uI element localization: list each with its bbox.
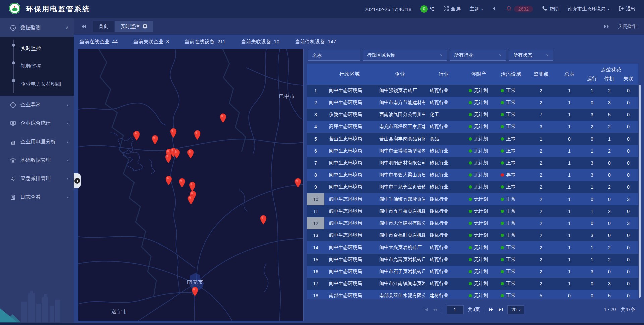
table-row[interactable]: 9阆中生态环境局阆中市二龙长宝页岩砖砖瓦行业无计划正常21120: [307, 181, 638, 193]
sidebar-item-数据监测[interactable]: 数据监测∨: [0, 18, 74, 37]
cell-run: 0: [583, 100, 601, 105]
map-marker-icon[interactable]: [165, 176, 172, 187]
status-dot: [469, 101, 472, 104]
table-row[interactable]: 7阆中生态环境局阆中明阳建材有限公司砖瓦行业无计划正常21300: [307, 157, 638, 169]
map-marker-icon[interactable]: [294, 178, 302, 189]
prev-page-button[interactable]: [433, 308, 438, 312]
table-row[interactable]: 6阆中生态环境局阆中市金博瑞新型墙材砖瓦行业无计划正常21120: [307, 145, 638, 157]
next-page-button[interactable]: [489, 308, 494, 312]
table-row[interactable]: 5营山生态环境局营山县润丰肉食品有限食品无计划正常10010: [307, 133, 638, 145]
col-company[interactable]: 企业: [375, 64, 425, 85]
cell-run: 1: [583, 257, 601, 262]
sidebar-collapse-button[interactable]: ◂: [74, 173, 81, 188]
table-row[interactable]: 18南部生态环境局南部县双佳水泥有限公建材行业无计划正常50050: [307, 290, 638, 299]
map-marker-icon[interactable]: [133, 131, 140, 142]
col-stop[interactable]: 停机: [601, 75, 618, 83]
sidebar-item-企业综合统计[interactable]: 企业综合统计‹: [0, 114, 74, 132]
cell-stop: 0: [601, 197, 618, 202]
row-index: 16: [307, 269, 324, 274]
logout-button[interactable]: 退出: [619, 6, 635, 12]
cell-company: 阆中市江南镇阆南页岩: [375, 281, 425, 287]
status-dot: [501, 137, 504, 141]
org-dropdown[interactable]: 南充市生态环境局 ▾: [568, 6, 609, 12]
scroll-tabs-left-icon[interactable]: [81, 24, 86, 29]
industry-select[interactable]: 所有行业 ∨: [450, 50, 506, 61]
sidebar-item-日志查看[interactable]: 日志查看‹: [0, 188, 74, 206]
table-row[interactable]: 4高坪生态环境局南充市高坪区王家店建砖瓦行业无计划正常31220: [307, 121, 638, 133]
map-marker-icon[interactable]: [179, 178, 186, 189]
chevron-down-icon: ∨: [499, 53, 502, 57]
notifications-button[interactable]: 2632: [506, 6, 533, 12]
region-select[interactable]: 行政区域名称 ∨: [363, 50, 447, 61]
sidebar-subitem-视频监控[interactable]: 视频监控: [0, 57, 74, 75]
cell-facility: 正常: [495, 257, 527, 263]
cell-points: 2: [527, 269, 555, 274]
table-row[interactable]: 12阆中生态环境局阆中市忠信建材有限公砖瓦行业无计划正常21003: [307, 217, 638, 229]
table-row[interactable]: 17阆中生态环境局阆中市江南镇阆南页岩砖瓦行业无计划正常21030: [307, 278, 638, 290]
col-lost[interactable]: 失联: [618, 75, 638, 83]
cell-facility: 正常: [495, 88, 527, 94]
col-industry[interactable]: 行业: [425, 64, 463, 85]
fullscreen-button[interactable]: 全屏: [444, 6, 461, 12]
page-size-select[interactable]: 20 ∨: [507, 305, 524, 314]
map-marker-icon[interactable]: [260, 215, 267, 226]
scroll-tabs-right-icon[interactable]: [604, 24, 609, 29]
mute-button[interactable]: [492, 6, 497, 12]
col-points[interactable]: 监测点: [527, 64, 555, 85]
map-marker-icon[interactable]: [192, 287, 199, 298]
col-facility[interactable]: 治污设施: [495, 64, 527, 85]
table-row[interactable]: 13阆中生态环境局阆中市金福旺页岩机砖砖瓦行业无计划正常21300: [307, 229, 638, 241]
sidebar-item-企业异常[interactable]: 企业异常‹: [0, 96, 74, 114]
table-row[interactable]: 1阆中生态环境局阆中强锐页岩砖厂砖瓦行业无计划正常21120: [307, 85, 638, 97]
first-page-button[interactable]: [423, 308, 428, 312]
sidebar-item-企业用电量分析[interactable]: 企业用电量分析‹: [0, 132, 74, 151]
status-dot: [501, 210, 504, 213]
map-marker-icon[interactable]: [194, 130, 201, 141]
close-operations-button[interactable]: 关闭操作: [618, 23, 637, 30]
table-row[interactable]: 2阆中生态环境局阆中市南方节能建材有砖瓦行业无计划正常21030: [307, 97, 638, 109]
status-dot: [469, 113, 472, 116]
map-marker-icon[interactable]: [152, 135, 159, 146]
map-marker-icon[interactable]: [220, 113, 227, 124]
col-run[interactable]: 运行: [583, 75, 601, 83]
col-meters[interactable]: 总表: [555, 64, 583, 85]
col-region[interactable]: 行政区域: [324, 64, 375, 85]
tab-home[interactable]: 首页: [93, 21, 114, 32]
row-index: 18: [307, 293, 324, 299]
name-search-input[interactable]: [308, 50, 360, 61]
map-marker-icon[interactable]: [173, 149, 180, 160]
sidebar-item-label: 应急减排管理: [20, 175, 51, 182]
table-row[interactable]: 15阆中生态环境局阆中市光富页岩机砖厂砖瓦行业无计划正常21120: [307, 254, 638, 266]
megaphone-icon: [10, 176, 16, 182]
cell-points: 1: [527, 136, 555, 142]
cell-company: 西南油气田分公司川中: [375, 112, 425, 118]
table-row[interactable]: 14阆中生态环境局阆中大兴页岩机砖厂砖瓦行业无计划正常21120: [307, 241, 638, 254]
app-logo-icon: [9, 2, 21, 16]
sidebar-subitem-实时监控[interactable]: 实时监控: [0, 40, 74, 57]
status-select[interactable]: 所有状态 ∨: [509, 50, 553, 61]
last-page-button[interactable]: [498, 308, 503, 312]
table-scrollbar[interactable]: [639, 85, 641, 298]
help-button[interactable]: 帮助: [542, 6, 559, 12]
map-city-label: 南充市: [187, 279, 203, 285]
map-marker-icon[interactable]: [165, 154, 172, 165]
table-row[interactable]: 16阆中生态环境局阆中市石子页岩机砖厂砖瓦行业无计划正常21300: [307, 266, 638, 278]
cell-meters: 1: [555, 269, 583, 274]
map-marker-icon[interactable]: [170, 128, 177, 139]
page-input[interactable]: [447, 305, 464, 314]
map-marker-icon[interactable]: [187, 195, 195, 206]
col-limit[interactable]: 停限产: [463, 64, 495, 85]
tab-realtime-monitor[interactable]: 实时监控: [115, 21, 153, 32]
table-row[interactable]: 10阆中生态环境局阆中千佛镇五郎垭页岩砖瓦行业无计划正常21003: [307, 193, 638, 205]
sidebar-subitem-企业电力负荷明细[interactable]: 企业电力负荷明细: [0, 75, 74, 93]
sidebar-item-基础数据管理[interactable]: 基础数据管理‹: [0, 151, 74, 169]
table-row[interactable]: 3仪陇生态环境局西南油气田分公司川中化工无计划正常71350: [307, 109, 638, 121]
table-row[interactable]: 11阆中生态环境局阆中市五马桥页岩机砖砖瓦行业无计划正常21120: [307, 205, 638, 217]
sidebar-item-应急减排管理[interactable]: 应急减排管理‹: [0, 169, 74, 188]
cell-facility: 异常: [495, 172, 527, 178]
map-panel[interactable]: 巴中市南充市遂宁市: [78, 49, 304, 321]
theme-dropdown[interactable]: 主题 ▾: [470, 6, 483, 12]
close-icon[interactable]: [143, 24, 147, 30]
map-marker-icon[interactable]: [187, 149, 194, 160]
table-row[interactable]: 8阆中生态环境局阆中市枣碧大梁山页岩砖瓦行业无计划异常21300: [307, 169, 638, 181]
